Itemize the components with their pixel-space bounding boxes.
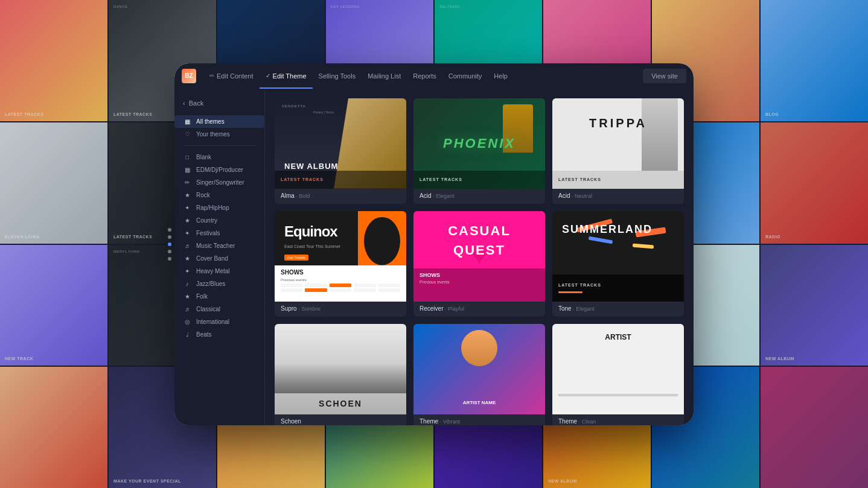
classical-icon: ♬	[183, 306, 191, 312]
nav-items: ✏ Edit Content ✓ Edit Theme Selling Tool…	[203, 63, 643, 89]
acid-neutral-person	[642, 98, 678, 171]
content-area: VENDETTA Privacy | Terms NEW ALBUM LATES…	[265, 89, 694, 425]
edit-theme-icon: ✓	[266, 72, 270, 79]
edm-icon: ▦	[183, 166, 191, 173]
acid-neutral-latest-tracks: LATEST TRACKS	[552, 171, 684, 189]
tone-bar	[558, 291, 582, 293]
sidebar-item-your-themes[interactable]: ♡ Your themes	[174, 128, 264, 141]
nav-mailing-list[interactable]: Mailing List	[362, 63, 407, 89]
tablet-container: BZ ✏ Edit Content ✓ Edit Theme Selling T…	[174, 63, 694, 425]
3right-bar	[558, 394, 678, 396]
supro-equinox-text: Equinox	[284, 223, 337, 240]
receiver-shows-label: Shows	[420, 272, 539, 278]
sidebar-item-jazz[interactable]: ♪ Jazz/Blues	[174, 277, 264, 290]
theme-preview-acid-elegant: PHOENIX LATEST TRACKS	[413, 98, 545, 189]
sidebar-item-country[interactable]: ★ Country	[174, 214, 264, 227]
theme-card-receiver-playful[interactable]: ♥ CASUAL QUEST Shows Previous events Rec…	[413, 211, 545, 317]
receiver-quest-text: QUEST	[453, 242, 505, 258]
nav-dot-1[interactable]	[168, 228, 171, 232]
3mid-face	[461, 330, 497, 366]
alma-latest-tracks-bar: LATEST TRACKS	[275, 171, 406, 189]
nav-dots	[168, 228, 171, 261]
receiver-casual-text: CASUAL	[448, 223, 511, 239]
theme-preview-acid-neutral: TRIPPA LATEST TRACKS	[552, 98, 684, 189]
nav-dot-3[interactable]	[168, 242, 171, 246]
receiver-label: Receiver · Playful	[413, 302, 545, 317]
music-teacher-icon: ♬	[183, 242, 191, 249]
theme-card-alma-bold[interactable]: VENDETTA Privacy | Terms NEW ALBUM LATES…	[275, 98, 406, 204]
nav-selling-tools[interactable]: Selling Tools	[313, 63, 362, 89]
sidebar-back-button[interactable]: ‹ Back	[174, 96, 264, 110]
theme-preview-tone: SUMMERLAND LATEST TRACKS	[552, 211, 684, 302]
back-arrow-icon: ‹	[183, 100, 185, 107]
nav-dot-2[interactable]	[168, 235, 171, 239]
theme-card-supro-sombre[interactable]: Equinox East Coast Tour This Summer Get …	[275, 211, 406, 317]
international-icon: ◎	[183, 318, 191, 325]
nav-edit-content[interactable]: ✏ Edit Content	[203, 63, 260, 89]
theme-preview-3right: ARTIST	[552, 324, 684, 414]
nav-dot-5[interactable]	[168, 257, 171, 261]
folk-icon: ★	[183, 293, 191, 300]
nav-edit-theme[interactable]: ✓ Edit Theme	[260, 63, 313, 89]
sidebar-item-cover-band[interactable]: ★ Cover Band	[174, 252, 264, 265]
supro-shows-label: Shows	[281, 269, 400, 276]
country-icon: ★	[183, 217, 191, 224]
blank-icon: □	[183, 154, 191, 160]
acid-neutral-label: Acid · Neutral	[552, 189, 684, 204]
sidebar-item-rap[interactable]: ✦ Rap/HipHop	[174, 201, 264, 214]
receiver-shows-bottom: Shows Previous events	[413, 268, 545, 302]
nav-community[interactable]: Community	[442, 63, 488, 89]
sidebar-item-folk[interactable]: ★ Folk	[174, 290, 264, 303]
sidebar-item-beats[interactable]: ♩ Beats	[174, 328, 264, 341]
sidebar-item-international[interactable]: ◎ International	[174, 315, 264, 328]
theme-card-acid-neutral[interactable]: TRIPPA LATEST TRACKS Acid · Neutral	[552, 98, 684, 204]
sidebar-item-rock[interactable]: ★ Rock	[174, 189, 264, 201]
tone-label: Tone · Elegant	[552, 302, 684, 317]
3right-text: ARTIST	[605, 333, 631, 341]
sidebar-item-heavy-metal[interactable]: ✦ Heavy Metal	[174, 265, 264, 277]
nav-dot-4[interactable]	[168, 250, 171, 253]
beats-icon: ♩	[183, 331, 191, 338]
supro-shows-row-2	[281, 288, 400, 292]
tone-paint-strokes	[552, 211, 684, 274]
main-body: ‹ Back ▦ All themes ♡ Your themes □ Blan…	[174, 89, 694, 425]
theme-card-acid-elegant[interactable]: PHOENIX LATEST TRACKS Acid · Elegant	[413, 98, 545, 204]
supro-shows-row	[281, 284, 400, 287]
3right-label: Theme · Clean	[552, 414, 684, 425]
sidebar-divider	[183, 145, 256, 146]
nav-reports[interactable]: Reports	[407, 63, 442, 89]
schoen-name-text: Schoen	[319, 399, 362, 408]
schoen-label: Schoen	[275, 414, 406, 425]
receiver-prev-events: Previous events	[420, 280, 539, 284]
sidebar-item-all-themes[interactable]: ▦ All themes	[174, 115, 264, 128]
supro-tour-text: East Coast Tour This Summer	[284, 244, 340, 249]
top-nav: BZ ✏ Edit Content ✓ Edit Theme Selling T…	[174, 63, 694, 89]
sidebar-item-music-teacher[interactable]: ♬ Music Teacher	[174, 239, 264, 252]
sidebar-item-festivals[interactable]: ✦ Festivals	[174, 227, 264, 239]
tone-latest-tracks: LATEST TRACKS	[552, 274, 684, 302]
acid-phoenix-text: PHOENIX	[443, 136, 515, 151]
theme-card-3right[interactable]: ARTIST Theme · Clean	[552, 324, 684, 425]
heavy-metal-icon: ✦	[183, 268, 191, 274]
sidebar: ‹ Back ▦ All themes ♡ Your themes □ Blan…	[174, 89, 265, 425]
schoen-landscape	[275, 363, 406, 393]
theme-card-3mid[interactable]: ARTIST NAME Theme · Vibrant	[413, 324, 545, 425]
tone-summerland-text: SUMMERLAND	[562, 223, 653, 236]
acid-neutral-trippa-text: TRIPPA	[589, 116, 647, 130]
theme-preview-3mid: ARTIST NAME	[413, 324, 545, 414]
theme-card-schoen[interactable]: Schoen Schoen	[275, 324, 406, 425]
nav-help[interactable]: Help	[488, 63, 514, 89]
theme-card-tone-elegant[interactable]: SUMMERLAND LATEST TRACKS Tone · Elegant	[552, 211, 684, 317]
supro-silhouette	[364, 217, 400, 265]
sidebar-item-classical[interactable]: ♬ Classical	[174, 303, 264, 315]
theme-preview-schoen: Schoen	[275, 324, 406, 414]
sidebar-item-edm[interactable]: ▦ EDM/Dj/Producer	[174, 163, 264, 176]
rock-icon: ★	[183, 192, 191, 198]
cover-band-icon: ★	[183, 255, 191, 262]
sidebar-item-blank[interactable]: □ Blank	[174, 151, 264, 163]
3mid-name: ARTIST NAME	[463, 400, 496, 405]
theme-preview-receiver: ♥ CASUAL QUEST Shows Previous events	[413, 211, 545, 302]
view-site-button[interactable]: View site	[643, 69, 686, 83]
sidebar-item-singer[interactable]: ✏ Singer/Songwriter	[174, 176, 264, 189]
theme-preview-supro: Equinox East Coast Tour This Summer Get …	[275, 211, 406, 302]
